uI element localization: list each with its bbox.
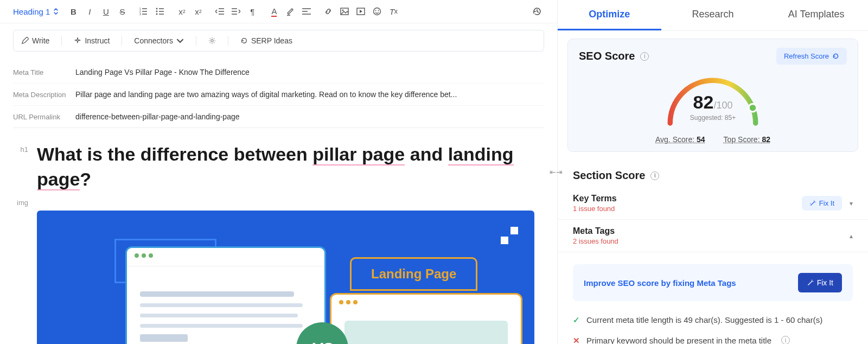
landing-card (330, 293, 522, 344)
video-button[interactable] (354, 4, 368, 18)
editor-pane: Heading 1 B I U S 123 x2 x2 ¶ A (0, 0, 558, 344)
section-meta-tags[interactable]: Meta Tags 2 issues found ▴ (558, 220, 868, 252)
check-row: ✓Current meta title length is 49 char(s)… (573, 310, 853, 330)
h1-heading[interactable]: What is the difference between pillar pa… (37, 142, 544, 192)
tab-research[interactable]: Research (661, 0, 765, 30)
check-fail-icon: ✕ (573, 336, 580, 344)
bullet-list-button[interactable] (153, 4, 167, 18)
subscript-button[interactable]: x2 (175, 4, 189, 18)
seo-pane: Optimize Research AI Templates SEO Score… (558, 0, 868, 344)
svg-point-3 (156, 8, 158, 10)
meta-block: Meta Title Landing Page Vs Pillar Page -… (0, 58, 557, 131)
italic-button[interactable]: I (82, 4, 97, 18)
meta-title-value: Landing Page Vs Pillar Page - Know The D… (75, 68, 250, 77)
url-permalink-row[interactable]: URL Permalink difference-between-pillar-… (13, 106, 544, 128)
fix-meta-tags-button[interactable]: Fix It (798, 273, 842, 292)
landing-tab-label: Landing Page (350, 257, 477, 291)
hero-image[interactable]: Landing Page VS (37, 211, 534, 344)
svg-point-12 (211, 40, 213, 42)
section-key-terms[interactable]: Key Terms 1 issue found Fix It ▾ (558, 187, 868, 220)
url-permalink-label: URL Permalink (13, 113, 75, 121)
seo-score-title: SEO Score (579, 50, 635, 62)
key-terms-issues: 1 issue found (573, 205, 617, 213)
wand-icon (807, 279, 814, 286)
pencil-icon (21, 37, 29, 44)
seo-tabs: Optimize Research AI Templates (558, 0, 868, 31)
info-icon[interactable]: i (640, 52, 649, 61)
wand-icon (809, 200, 816, 207)
meta-description-row[interactable]: Meta Description Pillar page and landing… (13, 84, 544, 106)
refresh-icon (240, 37, 248, 44)
tab-optimize[interactable]: Optimize (558, 0, 661, 30)
pane-resizer[interactable]: ⇤⇥ (550, 168, 563, 176)
seo-suggested: Suggested: 85+ (579, 114, 847, 122)
clear-format-button[interactable]: Tx (386, 4, 400, 18)
info-icon[interactable]: i (781, 336, 790, 344)
chevron-up-icon[interactable]: ▴ (850, 232, 853, 240)
meta-tags-issues: 2 issues found (573, 237, 618, 245)
meta-title-row[interactable]: Meta Title Landing Page Vs Pillar Page -… (13, 61, 544, 84)
serp-ideas-button[interactable]: SERP Ideas (240, 36, 292, 45)
meta-description-value: Pillar page and landing page are two ama… (75, 90, 457, 99)
settings-button[interactable] (208, 37, 216, 44)
meta-tags-banner: Improve SEO score by fixing Meta Tags Fi… (573, 264, 853, 301)
pillar-card (125, 246, 326, 344)
logo-icon (501, 227, 518, 244)
superscript-button[interactable]: x2 (191, 4, 205, 18)
gear-icon (208, 37, 216, 44)
outdent-button[interactable] (213, 4, 227, 18)
refresh-score-button[interactable]: Refresh Score (776, 48, 847, 65)
avg-score[interactable]: Avg. Score: 54 (655, 135, 705, 144)
paragraph-button[interactable]: ¶ (245, 4, 259, 18)
meta-title-label: Meta Title (13, 68, 75, 77)
highlight-button[interactable] (283, 4, 297, 18)
svg-point-5 (156, 14, 158, 15)
banner-text: Improve SEO score by fixing Meta Tags (584, 278, 736, 288)
seo-score-card: SEO Score i Refresh Score (567, 39, 858, 152)
tab-ai-templates[interactable]: AI Templates (764, 0, 868, 30)
meta-tags-checks: ✓Current meta title length is 49 char(s)… (558, 308, 868, 344)
key-terms-label: Key Terms (573, 194, 617, 203)
history-button[interactable] (530, 4, 544, 18)
ordered-list-button[interactable]: 123 (137, 4, 151, 18)
meta-tags-label: Meta Tags (573, 226, 618, 236)
svg-point-9 (374, 8, 381, 15)
heading-label: Heading 1 (13, 7, 50, 16)
svg-point-11 (378, 10, 379, 11)
refresh-icon (832, 53, 839, 60)
editor-body[interactable]: h1 What is the difference between pillar… (0, 131, 557, 344)
meta-description-label: Meta Description (13, 91, 75, 99)
check-ok-icon: ✓ (573, 315, 580, 325)
bold-button[interactable]: B (66, 4, 80, 18)
svg-point-4 (156, 11, 158, 12)
select-arrows-icon (53, 8, 59, 15)
write-button[interactable]: Write (21, 36, 49, 45)
align-button[interactable] (299, 4, 314, 18)
indent-button[interactable] (229, 4, 243, 18)
chevron-down-icon[interactable]: ▾ (850, 200, 853, 207)
top-score[interactable]: Top Score: 82 (724, 135, 770, 144)
link-button[interactable] (321, 4, 335, 18)
format-toolbar: Heading 1 B I U S 123 x2 x2 ¶ A (0, 0, 557, 23)
section-score-title: Section Score i (558, 160, 868, 187)
text-color-button[interactable]: A (267, 4, 281, 18)
heading-select[interactable]: Heading 1 (13, 7, 59, 16)
check-row: ✕Primary keyword should be present in th… (573, 330, 853, 344)
image-button[interactable] (337, 4, 352, 18)
url-permalink-value: difference-between-pillar-page-and-landi… (75, 112, 240, 121)
strike-button[interactable]: S (115, 4, 129, 18)
block-tag-img: img (13, 195, 28, 344)
svg-point-7 (342, 10, 344, 11)
instruct-button[interactable]: Instruct (74, 36, 110, 45)
underline-button[interactable]: U (99, 4, 113, 18)
block-tag-h1: h1 (13, 142, 28, 192)
seo-score-value: 82 (693, 92, 714, 112)
info-icon[interactable]: i (650, 171, 659, 180)
svg-text:3: 3 (139, 12, 141, 16)
chevron-down-icon (176, 37, 184, 44)
sparkle-icon (74, 37, 81, 44)
fix-key-terms-button[interactable]: Fix It (802, 196, 842, 211)
connectors-dropdown[interactable]: Connectors (134, 36, 184, 45)
svg-point-10 (375, 10, 376, 11)
emoji-button[interactable] (370, 4, 384, 18)
